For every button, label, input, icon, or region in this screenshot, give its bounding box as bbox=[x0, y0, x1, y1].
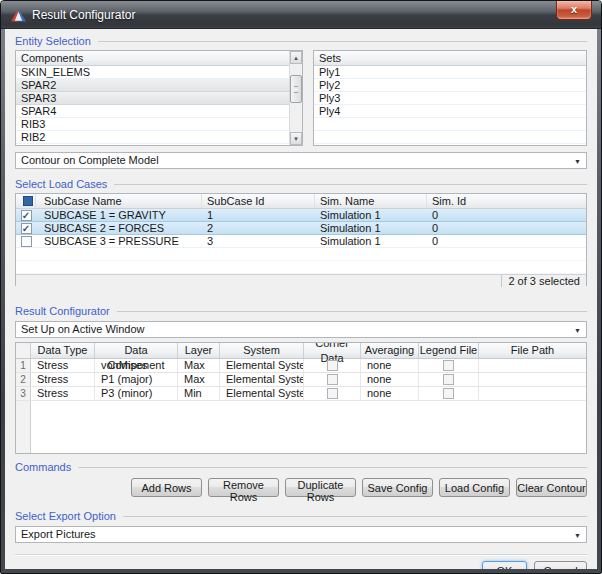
file-path-cell[interactable] bbox=[479, 373, 586, 386]
corner-data-checkbox[interactable] bbox=[327, 360, 338, 371]
file-path-cell[interactable] bbox=[479, 387, 586, 400]
add-rows-button[interactable]: Add Rows bbox=[131, 478, 202, 497]
row-checkbox-checked[interactable]: ✓ bbox=[21, 223, 32, 234]
data-component-cell[interactable]: P1 (major) bbox=[95, 373, 178, 386]
data-component-cell[interactable]: P3 (minor) bbox=[95, 387, 178, 400]
command-buttons-row: Add Rows Remove Rows Duplicate Rows Save… bbox=[15, 478, 587, 497]
setup-mode-dropdown[interactable]: Set Up on Active Window ▼ bbox=[15, 321, 587, 338]
result-config-table: Data Type Data Component Layer System Co… bbox=[15, 342, 587, 454]
column-header-sim-name[interactable]: Sim. Name bbox=[315, 194, 427, 208]
chevron-down-icon: ▼ bbox=[574, 154, 581, 169]
selection-count-status: 2 of 3 selected bbox=[508, 275, 586, 287]
dialog-footer: OK Cancel bbox=[15, 554, 587, 569]
list-item-spar4[interactable]: SPAR4 bbox=[16, 105, 289, 118]
column-header-averaging[interactable]: Averaging bbox=[361, 343, 419, 358]
row-checkbox-unchecked[interactable] bbox=[21, 236, 32, 247]
result-config-row-3[interactable]: 3 Stress P3 (minor) Min Elemental System… bbox=[16, 387, 586, 401]
select-all-checkbox-box[interactable] bbox=[23, 196, 33, 206]
save-config-button[interactable]: Save Config bbox=[362, 478, 433, 497]
column-header-corner-data[interactable]: Corner Data bbox=[304, 343, 361, 358]
layer-cell[interactable]: Max bbox=[178, 373, 220, 386]
load-case-row-3[interactable]: SUBCASE 3 = PRESSURE 3 Simulation 1 0 bbox=[16, 235, 586, 248]
data-type-cell[interactable]: Stress bbox=[31, 387, 95, 400]
section-select-export-option: Select Export Option bbox=[15, 509, 587, 522]
list-empty-row bbox=[314, 144, 586, 146]
sim-name-cell: Simulation 1 bbox=[315, 235, 427, 247]
section-rule bbox=[78, 467, 587, 468]
select-all-checkbox[interactable] bbox=[16, 194, 36, 208]
load-config-button[interactable]: Load Config bbox=[439, 478, 510, 497]
averaging-cell[interactable]: none bbox=[361, 387, 419, 400]
list-item-ply2[interactable]: Ply2 bbox=[314, 79, 586, 92]
section-select-export-option-label: Select Export Option bbox=[15, 510, 116, 522]
scrollbar-thumb[interactable] bbox=[290, 75, 302, 104]
system-cell[interactable]: Elemental System bbox=[220, 359, 304, 372]
subcase-name-cell: SUBCASE 1 = GRAVITY bbox=[36, 209, 202, 221]
column-header-data-type[interactable]: Data Type bbox=[31, 343, 95, 358]
list-item-rib2[interactable]: RIB2 bbox=[16, 131, 289, 144]
legend-file-checkbox[interactable] bbox=[443, 374, 454, 385]
system-cell[interactable]: Elemental System bbox=[220, 387, 304, 400]
averaging-cell[interactable]: none bbox=[361, 359, 419, 372]
scroll-down-icon[interactable]: ▼ bbox=[290, 132, 302, 145]
export-option-dropdown[interactable]: Export Pictures ▼ bbox=[15, 526, 587, 543]
file-path-cell[interactable] bbox=[479, 359, 586, 372]
list-item-spar3[interactable]: SPAR3 bbox=[16, 92, 289, 105]
legend-file-checkbox[interactable] bbox=[443, 388, 454, 399]
legend-file-checkbox[interactable] bbox=[443, 360, 454, 371]
column-header-sim-id[interactable]: Sim. Id bbox=[427, 194, 586, 208]
section-select-load-cases-label: Select Load Cases bbox=[15, 178, 107, 190]
list-item-ply1[interactable]: Ply1 bbox=[314, 66, 586, 79]
column-header-subcase-name[interactable]: SubCase Name bbox=[36, 194, 202, 208]
list-item-rib3[interactable]: RIB3 bbox=[16, 118, 289, 131]
list-item-ply4[interactable]: Ply4 bbox=[314, 105, 586, 118]
scrollbar-track[interactable] bbox=[290, 64, 302, 132]
row-number-header bbox=[16, 343, 31, 358]
data-type-cell[interactable]: Stress bbox=[31, 373, 95, 386]
cancel-button[interactable]: Cancel bbox=[534, 561, 587, 569]
layer-cell[interactable]: Max bbox=[178, 359, 220, 372]
scroll-up-icon[interactable]: ▲ bbox=[290, 51, 302, 64]
list-item-spar2[interactable]: SPAR2 bbox=[16, 79, 289, 92]
subcase-id-cell: 3 bbox=[202, 235, 315, 247]
section-rule bbox=[117, 311, 587, 312]
column-header-data-component[interactable]: Data Component bbox=[95, 343, 178, 358]
layer-cell[interactable]: Min bbox=[178, 387, 220, 400]
setup-mode-value: Set Up on Active Window bbox=[21, 323, 145, 335]
row-number: 3 bbox=[16, 387, 31, 400]
subcase-name-cell: SUBCASE 2 = FORCES bbox=[36, 222, 202, 234]
app-icon bbox=[11, 8, 26, 22]
data-type-cell[interactable]: Stress bbox=[31, 359, 95, 372]
corner-data-checkbox[interactable] bbox=[327, 388, 338, 399]
load-case-row-2[interactable]: ✓ SUBCASE 2 = FORCES 2 Simulation 1 0 bbox=[16, 222, 586, 235]
section-rule bbox=[123, 516, 587, 517]
column-header-file-path[interactable]: File Path bbox=[479, 343, 586, 358]
load-cases-table: SubCase Name SubCase Id Sim. Name Sim. I… bbox=[15, 193, 587, 286]
column-header-legend-file[interactable]: Legend File bbox=[419, 343, 479, 358]
entity-lists: Components SKIN_ELEMS SPAR2 SPAR3 SPAR4 … bbox=[15, 50, 587, 146]
components-scrollbar[interactable]: ▲ ▼ bbox=[289, 51, 302, 145]
contour-mode-dropdown[interactable]: Contour on Complete Model ▼ bbox=[15, 152, 587, 169]
row-checkbox-checked[interactable]: ✓ bbox=[21, 210, 32, 221]
load-case-row-1[interactable]: ✓ SUBCASE 1 = GRAVITY 1 Simulation 1 0 bbox=[16, 209, 586, 222]
column-header-subcase-id[interactable]: SubCase Id bbox=[202, 194, 315, 208]
result-config-row-2[interactable]: 2 Stress P1 (major) Max Elemental System… bbox=[16, 373, 586, 387]
remove-rows-button[interactable]: Remove Rows bbox=[208, 478, 279, 497]
title-bar[interactable]: Result Configurator x bbox=[1, 1, 601, 29]
sim-id-cell: 0 bbox=[427, 222, 586, 234]
column-header-system[interactable]: System bbox=[220, 343, 304, 358]
system-cell[interactable]: Elemental System bbox=[220, 373, 304, 386]
averaging-cell[interactable]: none bbox=[361, 373, 419, 386]
list-item-ply3[interactable]: Ply3 bbox=[314, 92, 586, 105]
ok-button[interactable]: OK bbox=[482, 561, 527, 569]
result-config-row-1[interactable]: 1 Stress vonMises Max Elemental System n… bbox=[16, 359, 586, 373]
data-component-cell[interactable]: vonMises bbox=[95, 359, 178, 372]
list-item-skin-elems[interactable]: SKIN_ELEMS bbox=[16, 66, 289, 79]
column-header-layer[interactable]: Layer bbox=[178, 343, 220, 358]
section-entity-selection-label: Entity Selection bbox=[15, 35, 91, 47]
components-list-header: Components bbox=[16, 51, 289, 66]
corner-data-checkbox[interactable] bbox=[327, 374, 338, 385]
duplicate-rows-button[interactable]: Duplicate Rows bbox=[285, 478, 356, 497]
close-button[interactable]: x bbox=[556, 1, 592, 20]
clear-contour-button[interactable]: Clear Contour bbox=[516, 478, 587, 497]
